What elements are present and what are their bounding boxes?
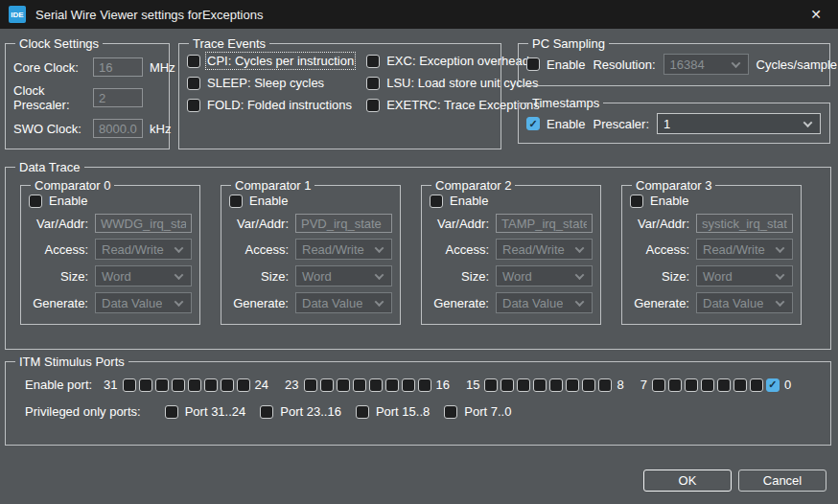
itm-port-checkbox[interactable] — [533, 378, 547, 392]
privileged-port-item: Port 23..16 — [260, 404, 341, 419]
chevron-down-icon — [375, 270, 384, 280]
itm-port-checkbox[interactable] — [139, 378, 152, 392]
itm-port-checkbox[interactable] — [369, 378, 383, 392]
itm-port-checkbox[interactable] — [304, 378, 317, 392]
var-addr-input — [496, 214, 593, 233]
itm-port-checkbox[interactable]: ✓ — [766, 378, 780, 392]
itm-port-checkbox[interactable] — [717, 378, 731, 392]
trace-event-item: EXETRC: Trace Exceptions — [366, 98, 540, 112]
timestamps-enable-checkbox[interactable]: ✓ — [526, 117, 540, 130]
trace-event-item: FOLD: Folded instructions — [187, 98, 354, 112]
privileged-port-checkbox[interactable] — [356, 405, 369, 419]
clock-field-row: Core Clock:MHz — [13, 57, 161, 77]
field-label: Access: — [630, 242, 689, 257]
comparator-group: Comparator 2EnableVar/Addr:Access:Read/W… — [421, 178, 601, 325]
titlebar: IDE Serial Wire Viewer settings forExcep… — [0, 0, 838, 29]
itm-port-checkbox[interactable] — [188, 378, 201, 392]
trace-event-label: EXC: Exception overhead — [386, 54, 529, 68]
clock-field-label: SWO Clock: — [13, 122, 93, 136]
itm-port-checkbox[interactable] — [123, 378, 136, 392]
itm-port-checkbox[interactable] — [204, 378, 218, 392]
size-select-value: Word — [296, 269, 332, 284]
itm-port-checkbox[interactable] — [733, 378, 747, 392]
trace-event-checkbox[interactable] — [366, 77, 380, 90]
field-label: Var/Addr: — [630, 217, 689, 231]
privileged-port-item: Port 15..8 — [356, 404, 430, 419]
trace-event-checkbox[interactable] — [187, 55, 200, 68]
trace-event-label: CPI: Cycles per instruction — [207, 54, 354, 68]
comparator-group: Comparator 0EnableVar/Addr:Access:Read/W… — [20, 178, 200, 325]
chevron-down-icon — [731, 58, 740, 68]
field-row: Var/Addr: — [229, 214, 392, 233]
clock-field-unit: MHz — [150, 60, 175, 75]
trace-event-label: FOLD: Folded instructions — [207, 98, 352, 112]
trace-event-checkbox[interactable] — [366, 99, 380, 112]
itm-port-checkbox[interactable] — [500, 378, 514, 392]
trace-event-item: EXC: Exception overhead — [366, 54, 540, 68]
itm-port-checkbox[interactable] — [750, 378, 763, 392]
comparator-enable-checkbox[interactable] — [630, 195, 643, 208]
resolution-value: 16384 — [664, 57, 705, 72]
field-row: Access:Read/Write — [229, 239, 392, 260]
itm-port-checkbox[interactable] — [418, 378, 431, 392]
comparator-enable-checkbox[interactable] — [29, 195, 42, 208]
trace-event-checkbox[interactable] — [366, 55, 380, 68]
field-label: Size: — [29, 269, 88, 284]
check-icon: ✓ — [528, 119, 537, 129]
timestamps-group: Timestamps ✓ Enable Prescaler: 1 — [518, 96, 830, 144]
privileged-port-checkbox[interactable] — [165, 405, 178, 419]
itm-port-checkbox[interactable] — [155, 378, 169, 392]
field-row: Access:Read/Write — [430, 239, 593, 260]
trace-event-item: CPI: Cycles per instruction — [187, 54, 354, 68]
close-button[interactable]: ✕ — [794, 0, 838, 29]
itm-port-checkbox[interactable] — [598, 378, 612, 392]
itm-port-range-low: 16 — [436, 378, 450, 392]
itm-port-checkbox[interactable] — [402, 378, 415, 392]
comparator-enable-checkbox[interactable] — [229, 195, 243, 208]
itm-port-checkbox[interactable] — [337, 378, 350, 392]
itm-port-checkbox[interactable] — [484, 378, 498, 392]
privileged-port-label: Port 7..0 — [464, 404, 511, 419]
pc-sampling-legend: PC Sampling — [528, 36, 609, 51]
itm-port-checkbox[interactable] — [549, 378, 563, 392]
size-select-value: Word — [96, 269, 131, 284]
itm-port-checkbox[interactable] — [582, 378, 595, 392]
chevron-down-icon — [575, 243, 585, 253]
itm-port-range-high: 7 — [640, 378, 647, 392]
field-label: Generate: — [430, 296, 489, 310]
itm-port-checkbox[interactable] — [517, 378, 530, 392]
pc-sampling-enable-checkbox[interactable] — [526, 57, 540, 71]
itm-port-checkbox[interactable] — [566, 378, 579, 392]
itm-port-checkbox[interactable] — [685, 378, 698, 392]
itm-port-checkbox[interactable] — [652, 378, 665, 392]
itm-port-checkbox[interactable] — [237, 378, 250, 392]
itm-port-checkbox[interactable] — [701, 378, 714, 392]
itm-port-checkbox[interactable] — [172, 378, 185, 392]
generate-select-value: Data Value — [296, 296, 362, 310]
comparator-enable-label: Enable — [450, 194, 488, 208]
itm-port-checkbox[interactable] — [221, 378, 234, 392]
generate-select-value: Data Value — [697, 296, 763, 310]
trace-event-label: EXETRC: Trace Exceptions — [386, 98, 540, 112]
privileged-port-checkbox[interactable] — [444, 405, 457, 419]
itm-port-checkbox[interactable] — [668, 378, 682, 392]
privileged-port-checkbox[interactable] — [260, 405, 273, 419]
prescaler-select[interactable]: 1 — [657, 113, 821, 134]
trace-event-checkbox[interactable] — [187, 99, 200, 112]
field-row: Var/Addr: — [630, 214, 793, 233]
cancel-button[interactable]: Cancel — [738, 470, 826, 492]
ok-button[interactable]: OK — [643, 470, 732, 492]
generate-select-value: Data Value — [497, 296, 563, 310]
comparator-enable-checkbox[interactable] — [430, 195, 443, 208]
access-select: Read/Write — [95, 239, 192, 260]
itm-port-checkbox[interactable] — [353, 378, 366, 392]
itm-port-group: 7✓0 — [639, 378, 793, 392]
access-select-value: Read/Write — [697, 242, 765, 257]
itm-port-range-low: 0 — [784, 378, 791, 392]
itm-port-checkbox[interactable] — [320, 378, 334, 392]
field-row: Size:Word — [430, 265, 593, 286]
itm-port-checkbox[interactable] — [385, 378, 399, 392]
trace-event-checkbox[interactable] — [187, 77, 200, 90]
size-select: Word — [496, 265, 593, 286]
field-label: Access: — [29, 242, 88, 257]
